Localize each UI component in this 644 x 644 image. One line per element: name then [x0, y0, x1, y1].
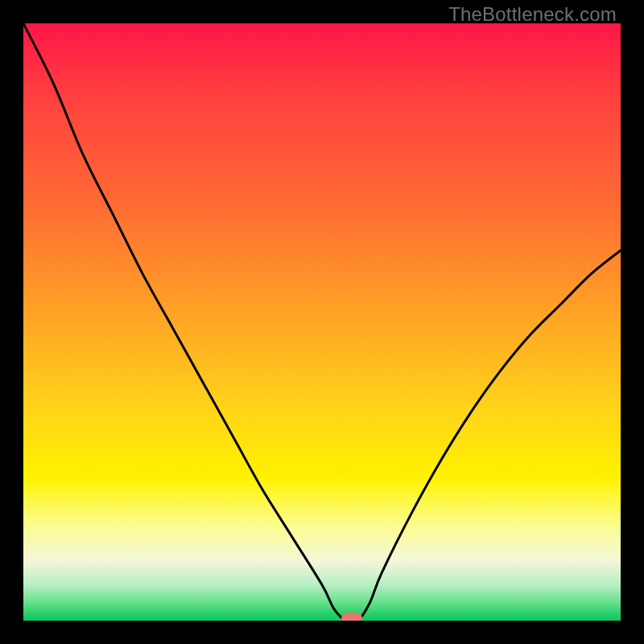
optimal-point-marker — [341, 613, 362, 621]
chart-frame: TheBottleneck.com — [0, 0, 644, 644]
bottleneck-curve — [23, 23, 621, 621]
watermark-text: TheBottleneck.com — [448, 3, 617, 26]
plot-area — [23, 23, 621, 621]
